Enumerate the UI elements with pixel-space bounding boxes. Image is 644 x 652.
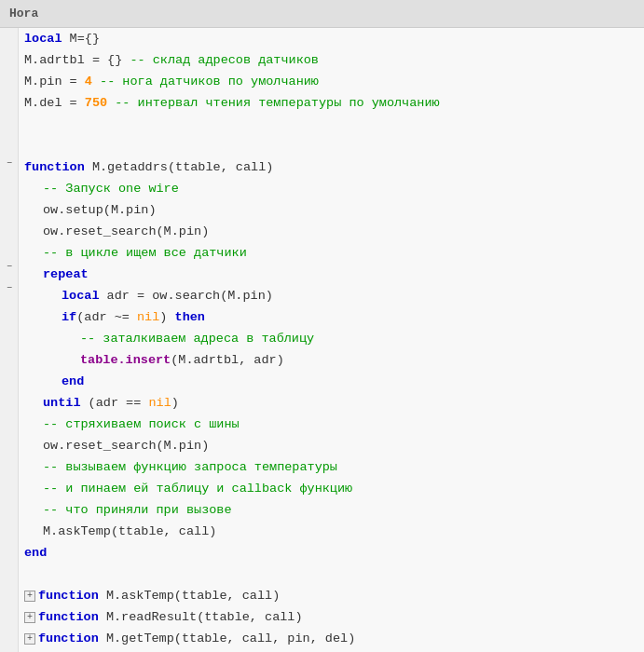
kw-function-asktemp: function [38, 585, 99, 606]
gutter-line-6 [0, 132, 19, 153]
code-line-14: if(adr ~= nil) then [24, 306, 644, 328]
gutter-line-19 [0, 402, 19, 423]
gutter-line-1 [0, 28, 19, 48]
gutter-line-27 [0, 569, 19, 590]
comment-2: -- склад адресов датчиков [130, 49, 319, 71]
comment-11: -- в цикле ищем все датчики [43, 242, 247, 264]
kw-function-gettemp: function [38, 628, 99, 649]
code-line-24: M.askTemp(ttable, call) [24, 521, 644, 542]
code-line-8: -- Запуск one wire [24, 178, 644, 199]
expand-asktemp-icon[interactable]: + [24, 591, 35, 602]
kw-function-getaddrs: function [24, 156, 85, 178]
plain-3b [92, 71, 100, 92]
nil-2: nil [148, 392, 171, 414]
plain-2: M.adrtbl = {} [24, 49, 130, 71]
code-line-21: -- вызываем функцию запроса температуры [24, 456, 644, 478]
code-line-1: local M={} [24, 28, 644, 49]
gutter-line-15 [0, 319, 19, 340]
gutter-line-12[interactable]: − [0, 257, 19, 278]
plain-14b: ) [159, 306, 174, 328]
plain-1: M={} [62, 28, 101, 49]
gutter-line-4 [0, 90, 19, 111]
code-line-15: -- заталкиваем адреса в таблицу [24, 328, 644, 349]
code-line-19: -- стряхиваем поиск с шины [24, 414, 644, 435]
code-line-23: -- что приняли при вызове [24, 499, 644, 521]
kw-end-inner: end [62, 371, 84, 392]
code-line-11: -- в цикле ищем все датчики [24, 242, 644, 264]
code-line-2: M.adrtbl = {} -- склад адресов датчиков [24, 49, 644, 71]
plain-20: ow.reset_search(M.pin) [43, 435, 209, 456]
gutter-line-24 [0, 507, 19, 527]
header-title: Hora [9, 7, 38, 20]
code-line-6 [24, 135, 644, 156]
code-line-27[interactable]: +function M.askTemp(ttable, call) [24, 585, 644, 606]
gutter: − − − [0, 28, 19, 652]
plain-28: M.readResult(ttable, call) [99, 606, 303, 628]
plain-29: M.getTemp(ttable, call, pin, del) [99, 628, 355, 649]
comment-3: -- нога датчиков по умолчанию [100, 71, 319, 92]
comment-19: -- стряхиваем поиск с шины [43, 414, 240, 435]
plain-4a: M.del = [24, 92, 85, 114]
kw-if: if [62, 306, 76, 328]
gutter-line-7[interactable]: − [0, 153, 19, 173]
gutter-line-20 [0, 423, 19, 443]
number-4: 4 [85, 71, 92, 92]
header-bar: Hora [0, 0, 644, 28]
gutter-line-9 [0, 195, 19, 215]
nil-1: nil [137, 306, 159, 328]
code-line-13: local adr = ow.search(M.pin) [24, 285, 644, 306]
kw-local-2: local [62, 285, 100, 306]
comment-23: -- что приняли при вызове [43, 499, 232, 521]
plain-7: M.getaddrs(ttable, call) [85, 156, 274, 178]
code-line-4: M.del = 750 -- интервал чтения температу… [24, 92, 644, 114]
code-line-29[interactable]: +function M.getTemp(ttable, call, pin, d… [24, 628, 644, 649]
gutter-line-11 [0, 236, 19, 256]
code-line-26 [24, 564, 644, 585]
number-750: 750 [85, 92, 107, 114]
code-line-17: end [24, 371, 644, 392]
fn-table-insert: table.insert [80, 349, 171, 371]
plain-13: adr = ow.search(M.pin) [100, 285, 273, 306]
gutter-line-28 [0, 590, 19, 610]
gutter-line-21 [0, 444, 19, 465]
comment-21: -- вызываем функцию запроса температуры [43, 456, 337, 478]
code-line-20: ow.reset_search(M.pin) [24, 435, 644, 456]
comment-4: -- интервал чтения температуры по умолча… [115, 92, 439, 114]
code-line-7: function M.getaddrs(ttable, call) [24, 156, 644, 178]
kw-until: until [43, 392, 81, 414]
gutter-line-17 [0, 360, 19, 381]
gutter-line-30 [0, 632, 19, 652]
code-line-22: -- и пинаем ей таблицу и callback функци… [24, 478, 644, 499]
editor-wrapper: Hora − − − [0, 0, 644, 652]
code-line-25: end [24, 542, 644, 564]
gutter-line-8 [0, 173, 19, 194]
plain-18a: (adr == [81, 392, 149, 414]
code-line-10: ow.reset_search(M.pin) [24, 221, 644, 242]
gutter-line-23 [0, 485, 19, 506]
gutter-line-22 [0, 465, 19, 485]
gutter-line-26 [0, 548, 19, 568]
plain-9: ow.setup(M.pin) [43, 199, 157, 221]
gutter-line-5 [0, 111, 19, 131]
kw-repeat: repeat [43, 264, 89, 285]
expand-readresult-icon[interactable]: + [24, 612, 35, 623]
plain-18b: ) [171, 392, 179, 414]
code-line-5 [24, 114, 644, 135]
kw-then: then [175, 306, 205, 328]
gutter-line-29 [0, 610, 19, 631]
comment-22: -- и пинаем ей таблицу и callback функци… [43, 478, 352, 499]
code-line-16: table.insert(M.adrtbl, adr) [24, 349, 644, 371]
gutter-line-18 [0, 382, 19, 402]
code-line-12: repeat [24, 264, 644, 285]
code-line-28[interactable]: +function M.readResult(ttable, call) [24, 606, 644, 628]
plain-3a: M.pin = [24, 71, 85, 92]
comment-8: -- Запуск one wire [43, 178, 179, 199]
gutter-line-13[interactable]: − [0, 278, 19, 298]
expand-gettemp-icon[interactable]: + [24, 633, 35, 645]
gutter-line-10 [0, 215, 19, 236]
plain-27: M.askTemp(ttable, call) [99, 585, 280, 606]
kw-local-1: local [24, 28, 62, 49]
code-area: local M={} M.adrtbl = {} -- склад адресо… [19, 28, 644, 652]
gutter-line-2 [0, 48, 19, 69]
gutter-line-16 [0, 340, 19, 360]
